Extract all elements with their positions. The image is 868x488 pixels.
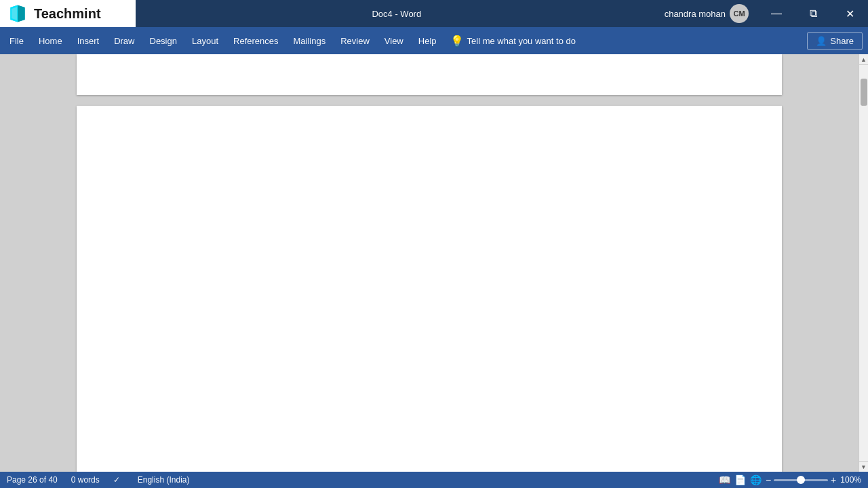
share-button[interactable]: 👤 Share <box>807 32 863 50</box>
zoom-thumb[interactable] <box>797 476 805 484</box>
zoom-level[interactable]: 100% <box>840 475 861 485</box>
teachmint-logo-icon <box>7 3 28 24</box>
proofing-icon: ✓ <box>113 474 124 486</box>
page-top[interactable] <box>77 54 782 95</box>
menu-review[interactable]: Review <box>334 32 376 50</box>
document-title: Doc4 - Word <box>136 9 658 19</box>
menu-help[interactable]: Help <box>412 32 443 50</box>
page-count[interactable]: Page 26 of 40 <box>7 475 58 485</box>
share-label: Share <box>830 36 854 46</box>
menu-insert[interactable]: Insert <box>71 32 106 50</box>
share-person-icon: 👤 <box>816 36 827 46</box>
user-avatar: CM <box>730 4 749 23</box>
status-bar: Page 26 of 40 0 words ✓ English (India) … <box>0 472 868 488</box>
lightbulb-icon: 💡 <box>450 35 464 47</box>
document-container <box>0 54 859 472</box>
scroll-up-arrow[interactable]: ▲ <box>859 54 869 65</box>
user-name: chandra mohan <box>665 9 726 19</box>
language[interactable]: English (India) <box>138 475 190 485</box>
menu-layout[interactable]: Layout <box>185 32 225 50</box>
title-right: chandra mohan CM — ⧉ ✕ <box>658 0 868 27</box>
vertical-scrollbar[interactable]: ▲ ▼ <box>859 54 868 472</box>
svg-text:✓: ✓ <box>113 475 120 484</box>
menu-home[interactable]: Home <box>32 32 69 50</box>
status-right: 📖 📄 🌐 − + 100% <box>719 474 861 485</box>
zoom-control[interactable]: − + <box>766 474 836 485</box>
menu-mailings[interactable]: Mailings <box>287 32 333 50</box>
content-area: ▲ ▼ <box>0 54 868 472</box>
menu-file[interactable]: File <box>3 32 31 50</box>
word-count[interactable]: 0 words <box>71 475 100 485</box>
menu-view[interactable]: View <box>378 32 410 50</box>
minimize-button[interactable]: — <box>761 0 792 27</box>
title-bar: Teachmint Doc4 - Word chandra mohan CM —… <box>0 0 868 27</box>
tell-me-search[interactable]: 💡 Tell me what you want to do <box>450 35 576 47</box>
zoom-out-button[interactable]: − <box>766 474 771 485</box>
close-button[interactable]: ✕ <box>834 0 865 27</box>
scroll-thumb[interactable] <box>861 79 867 106</box>
menu-design[interactable]: Design <box>143 32 184 50</box>
user-initials: CM <box>733 9 745 18</box>
restore-button[interactable]: ⧉ <box>797 0 829 27</box>
menu-bar: File Home Insert Draw Design Layout Refe… <box>0 27 868 54</box>
menu-draw[interactable]: Draw <box>107 32 141 50</box>
logo-text: Teachmint <box>34 6 101 22</box>
tell-me-text: Tell me what you want to do <box>467 36 576 46</box>
zoom-slider[interactable] <box>774 479 828 481</box>
scroll-down-arrow[interactable]: ▼ <box>859 461 869 472</box>
scroll-track[interactable] <box>859 65 869 461</box>
logo-area: Teachmint <box>0 0 136 27</box>
read-mode-icon[interactable]: 📖 <box>719 474 730 485</box>
print-layout-icon[interactable]: 📄 <box>734 474 746 485</box>
menu-references[interactable]: References <box>226 32 285 50</box>
user-area[interactable]: chandra mohan CM <box>658 4 755 23</box>
zoom-in-button[interactable]: + <box>831 474 836 485</box>
web-layout-icon[interactable]: 🌐 <box>750 474 762 485</box>
document-page[interactable] <box>77 106 782 472</box>
